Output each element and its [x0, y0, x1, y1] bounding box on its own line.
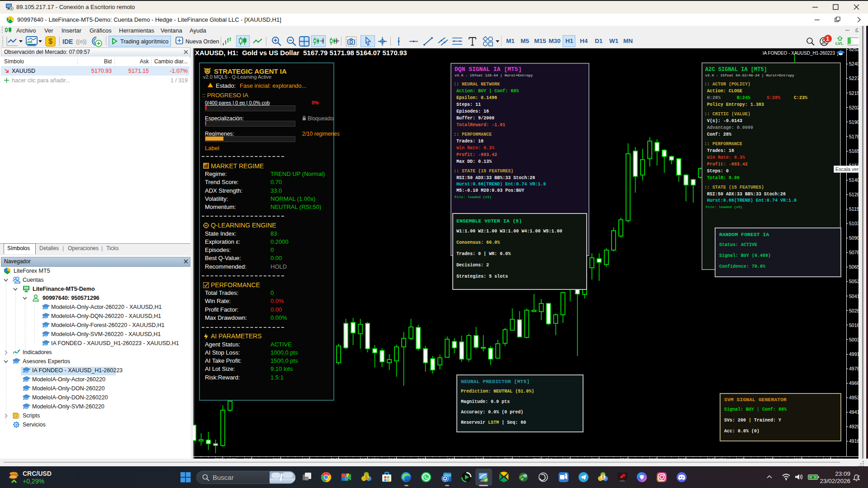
svg-text:5028.4: 5028.4 [849, 308, 859, 313]
svg-text:5016.4: 5016.4 [849, 322, 859, 328]
svg-text:4916.4: 4916.4 [849, 438, 859, 444]
svg-text:5227.4: 5227.4 [849, 76, 859, 81]
svg-text:5215.4: 5215.4 [849, 90, 859, 96]
svg-text:$: $ [602, 475, 604, 480]
svg-text:$: $ [48, 38, 52, 45]
svg-text:5003.4: 5003.4 [849, 337, 859, 342]
svg-text:5190.4: 5190.4 [849, 119, 859, 125]
svg-text:5053.4: 5053.4 [849, 279, 859, 284]
svg-text:4978.4: 4978.4 [849, 366, 859, 371]
svg-text:5103.4: 5103.4 [849, 221, 859, 226]
svg-text:z: z [858, 474, 860, 478]
svg-text:5128.4: 5128.4 [849, 192, 859, 197]
svg-text:5240.4: 5240.4 [849, 61, 859, 66]
svg-text:4929.4: 4929.4 [849, 424, 859, 429]
svg-text:5090.4: 5090.4 [849, 235, 859, 241]
svg-text:5252.4: 5252.4 [849, 48, 859, 52]
svg-text:4991.4: 4991.4 [849, 351, 859, 357]
svg-text:5202.4: 5202.4 [849, 105, 859, 110]
svg-text:5115.4: 5115.4 [849, 206, 859, 212]
svg-text:5: 5 [365, 475, 368, 480]
svg-text:5065.4: 5065.4 [849, 264, 859, 270]
svg-text:4966.4: 4966.4 [849, 380, 859, 386]
svg-text:5041.4: 5041.4 [849, 294, 859, 299]
svg-text:5078.4: 5078.4 [849, 250, 859, 255]
svg-text:5178.4: 5178.4 [849, 134, 859, 139]
svg-text:5140.4: 5140.4 [849, 177, 859, 183]
svg-text:4941.4: 4941.4 [849, 409, 859, 415]
svg-text:5165.4: 5165.4 [849, 148, 859, 154]
svg-text:4953.4: 4953.4 [849, 395, 859, 400]
